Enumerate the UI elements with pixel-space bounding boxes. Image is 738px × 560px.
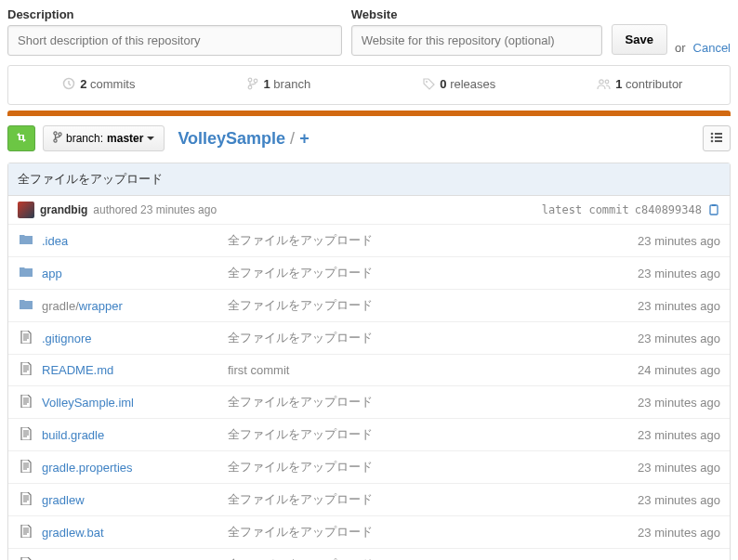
commit-message-cell[interactable]: 全ファイルをアップロード: [228, 297, 638, 314]
svg-rect-15: [715, 140, 722, 142]
commit-hash[interactable]: c840899348: [635, 203, 702, 216]
breadcrumb: VolleySample / +: [178, 129, 309, 149]
file-link[interactable]: VolleySample.iml: [42, 396, 228, 410]
file-icon: [18, 557, 34, 560]
chevron-down-icon: [147, 137, 154, 140]
svg-rect-13: [715, 137, 722, 138]
svg-point-2: [248, 85, 252, 89]
file-icon: [18, 362, 34, 378]
svg-point-9: [59, 133, 61, 136]
file-icon: [18, 395, 34, 410]
table-row: .gitignore全ファイルをアップロード23 minutes ago: [8, 322, 730, 355]
table-row: .idea全ファイルをアップロード23 minutes ago: [8, 225, 730, 257]
file-icon: [18, 525, 34, 540]
latest-commit-message: 全ファイルをアップロード: [8, 163, 730, 196]
compare-icon: [15, 130, 28, 148]
list-icon: [710, 132, 723, 146]
commit-message-cell[interactable]: 全ファイルをアップロード: [228, 491, 638, 508]
folder-icon: [18, 266, 34, 280]
history-icon: [62, 77, 75, 93]
svg-point-12: [711, 136, 714, 138]
time-cell: 23 minutes ago: [638, 526, 720, 540]
file-icon: [18, 492, 34, 508]
time-cell: 23 minutes ago: [638, 461, 720, 475]
or-text: or: [675, 41, 686, 55]
file-icon: [18, 331, 34, 346]
file-link[interactable]: gradle.properties: [42, 461, 228, 475]
svg-point-6: [605, 80, 609, 84]
new-file-button[interactable]: +: [299, 129, 310, 148]
folder-icon: [18, 298, 34, 313]
authored-text: authored 23 minutes ago: [93, 203, 217, 216]
file-link[interactable]: gradle/wrapper: [42, 299, 228, 313]
commit-message-cell[interactable]: 全ファイルをアップロード: [228, 232, 638, 249]
file-icon: [18, 427, 34, 443]
svg-point-5: [599, 79, 602, 83]
table-row: VolleySample.iml全ファイルをアップロード23 minutes a…: [8, 386, 730, 419]
table-row: app全ファイルをアップロード23 minutes ago: [8, 257, 730, 290]
table-row: settings.gradle全ファイルをアップロード23 minutes ag…: [8, 549, 730, 560]
time-cell: 23 minutes ago: [638, 267, 720, 280]
svg-point-8: [54, 139, 57, 142]
website-input[interactable]: [351, 25, 602, 56]
table-row: gradle.properties全ファイルをアップロード23 minutes …: [8, 451, 730, 484]
commit-message-cell[interactable]: 全ファイルをアップロード: [228, 426, 638, 443]
commit-message-cell[interactable]: 全ファイルをアップロード: [228, 394, 638, 410]
svg-point-3: [254, 79, 257, 83]
latest-commit-label: latest commit: [542, 203, 629, 216]
stats-bar: 2 commits 1 branch 0 releases 1 contribu…: [7, 65, 731, 105]
stat-releases[interactable]: 0 releases: [369, 77, 549, 93]
cancel-link[interactable]: Cancel: [693, 41, 731, 55]
stat-branches[interactable]: 1 branch: [189, 77, 369, 93]
clipboard-icon[interactable]: [707, 203, 720, 216]
file-list: 全ファイルをアップロード grandbig authored 23 minute…: [7, 163, 731, 560]
file-link[interactable]: .idea: [42, 234, 228, 248]
description-label: Description: [7, 7, 342, 21]
repo-link[interactable]: VolleySample: [178, 129, 285, 148]
table-row: README.mdfirst commit24 minutes ago: [8, 355, 730, 386]
svg-rect-11: [715, 133, 722, 135]
file-link[interactable]: gradlew.bat: [42, 526, 228, 540]
table-row: gradle/wrapper全ファイルをアップロード23 minutes ago: [8, 290, 730, 322]
file-link[interactable]: .gitignore: [42, 332, 228, 345]
file-link[interactable]: gradlew: [42, 493, 228, 507]
table-row: build.gradle全ファイルをアップロード23 minutes ago: [8, 419, 730, 451]
compare-button[interactable]: [7, 125, 35, 151]
commit-message-cell[interactable]: 全ファイルをアップロード: [228, 265, 638, 281]
commit-message-cell[interactable]: 全ファイルをアップロード: [228, 330, 638, 346]
folder-icon: [18, 233, 34, 248]
color-bar: [7, 111, 731, 116]
commit-message-cell[interactable]: 全ファイルをアップロード: [228, 524, 638, 540]
svg-point-14: [711, 139, 714, 142]
time-cell: 24 minutes ago: [638, 363, 720, 377]
stat-contributors[interactable]: 1 contributor: [549, 77, 730, 93]
svg-point-7: [54, 132, 57, 135]
time-cell: 23 minutes ago: [638, 234, 720, 248]
commit-message-cell[interactable]: 全ファイルをアップロード: [228, 556, 638, 560]
file-link[interactable]: README.md: [42, 363, 228, 377]
svg-point-4: [426, 81, 428, 83]
people-icon: [597, 78, 611, 93]
svg-point-10: [711, 132, 714, 135]
tag-icon: [423, 78, 435, 93]
file-link[interactable]: app: [42, 267, 228, 280]
commit-message-cell[interactable]: 全ファイルをアップロード: [228, 459, 638, 475]
branch-selector[interactable]: branch: master: [43, 125, 165, 151]
time-cell: 23 minutes ago: [638, 396, 720, 410]
file-link[interactable]: build.gradle: [42, 428, 228, 442]
settings-list-button[interactable]: [703, 125, 731, 151]
svg-rect-16: [710, 205, 718, 215]
commit-author-row: grandbig authored 23 minutes ago latest …: [8, 196, 730, 225]
branch-name: master: [107, 132, 143, 145]
time-cell: 23 minutes ago: [638, 332, 720, 345]
website-label: Website: [351, 7, 602, 21]
author-link[interactable]: grandbig: [40, 203, 87, 216]
commit-message-cell[interactable]: first commit: [228, 363, 638, 377]
svg-rect-17: [712, 204, 716, 206]
save-button[interactable]: Save: [612, 24, 667, 55]
svg-point-1: [248, 78, 252, 82]
time-cell: 23 minutes ago: [638, 493, 720, 507]
stat-commits[interactable]: 2 commits: [8, 77, 189, 93]
avatar[interactable]: [18, 202, 34, 218]
description-input[interactable]: [7, 25, 342, 56]
